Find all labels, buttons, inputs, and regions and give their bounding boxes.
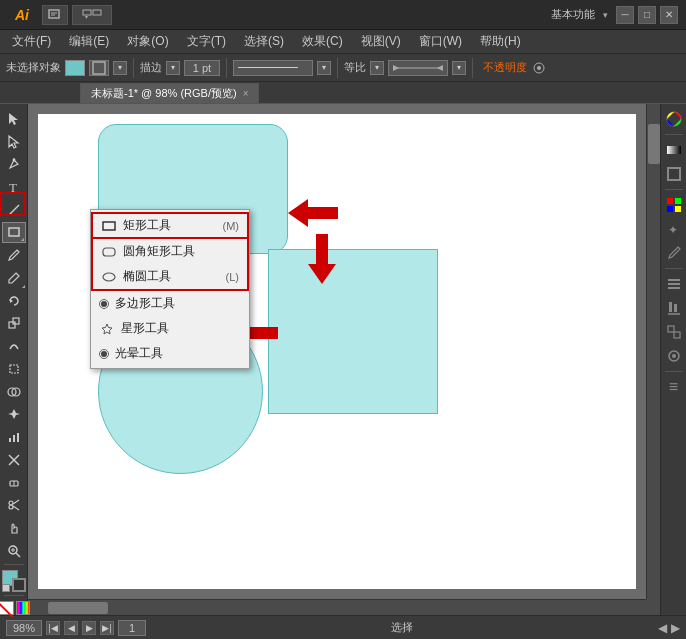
tool-graph[interactable] — [2, 426, 26, 448]
tool-pen[interactable] — [2, 153, 26, 175]
tool-type[interactable]: T — [2, 176, 26, 198]
menu-effect[interactable]: 效果(C) — [294, 31, 351, 53]
tool-live-paint[interactable] — [2, 403, 26, 425]
svg-marker-40 — [308, 234, 336, 284]
ctx-item-flare-tool[interactable]: 光晕工具 — [91, 341, 249, 366]
stroke-weight-input[interactable]: 1 pt — [184, 60, 220, 76]
flare-radio — [99, 349, 109, 359]
stroke-arrow[interactable]: ▾ — [166, 61, 180, 75]
polygon-tool-label: 多边形工具 — [115, 295, 175, 312]
nav-first-btn[interactable]: |◀ — [46, 621, 60, 635]
menu-file[interactable]: 文件(F) — [4, 31, 59, 53]
menu-select[interactable]: 选择(S) — [236, 31, 292, 53]
svg-point-14 — [12, 159, 15, 162]
rp-brushes[interactable] — [663, 242, 685, 264]
close-button[interactable]: ✕ — [660, 6, 678, 24]
canvas-area[interactable]: 矩形工具 (M) 圆角矩形工具 椭圆工具 (L) — [28, 104, 660, 615]
svg-marker-18 — [10, 299, 13, 303]
menu-window[interactable]: 窗口(W) — [411, 31, 470, 53]
vertical-scrollbar[interactable] — [646, 104, 660, 599]
svg-point-44 — [103, 273, 115, 281]
rp-align[interactable] — [663, 297, 685, 319]
fill-color-swatch[interactable] — [65, 60, 85, 76]
svg-rect-20 — [13, 318, 19, 324]
rp-stroke[interactable] — [663, 163, 685, 185]
nav-prev-btn[interactable]: ◀ — [64, 621, 78, 635]
menu-edit[interactable]: 编辑(E) — [61, 31, 117, 53]
color-swatches[interactable] — [2, 570, 26, 592]
svg-marker-8 — [393, 65, 399, 71]
tool-slice[interactable] — [2, 449, 26, 471]
menu-help[interactable]: 帮助(H) — [472, 31, 529, 53]
tool-free-transform[interactable] — [2, 358, 26, 380]
stroke-selector[interactable] — [89, 60, 109, 76]
status-arrow-left[interactable]: ◀ — [658, 621, 667, 635]
nav-next-btn[interactable]: ▶ — [82, 621, 96, 635]
rp-color-wheel[interactable] — [663, 108, 685, 130]
tool-paintbrush[interactable] — [2, 244, 26, 266]
tool-shape[interactable] — [2, 222, 26, 244]
tool-scale[interactable] — [2, 312, 26, 334]
status-arrow-right[interactable]: ▶ — [671, 621, 680, 635]
vertical-scroll-thumb[interactable] — [648, 124, 660, 164]
tool-direct-select[interactable] — [2, 131, 26, 153]
rp-swatches[interactable] — [663, 194, 685, 216]
tool-eraser[interactable] — [2, 472, 26, 494]
white-swatch[interactable] — [0, 601, 14, 615]
svg-rect-42 — [103, 222, 115, 230]
rp-gradient[interactable] — [663, 139, 685, 161]
ratio-arrow[interactable]: ▾ — [452, 61, 466, 75]
tab-close-button[interactable]: × — [243, 88, 249, 99]
svg-marker-13 — [9, 136, 18, 148]
line-style-selector[interactable] — [233, 60, 313, 76]
rp-appearance[interactable] — [663, 345, 685, 367]
tool-select[interactable] — [2, 108, 26, 130]
ratio-dropdown[interactable]: ▾ — [370, 61, 384, 75]
line-style-dropdown[interactable]: ▾ — [317, 61, 331, 75]
window-controls: ─ □ ✕ — [616, 6, 678, 24]
svg-text:▾: ▾ — [85, 14, 88, 20]
menu-type[interactable]: 文字(T) — [179, 31, 234, 53]
document-tab[interactable]: 未标题-1* @ 98% (RGB/预览) × — [80, 83, 259, 103]
tool-rotate[interactable] — [2, 290, 26, 312]
stroke-swatch[interactable] — [12, 578, 26, 592]
rp-separator-3 — [665, 268, 683, 269]
stroke-dropdown[interactable]: ▾ — [113, 61, 127, 75]
svg-line-36 — [16, 553, 20, 557]
settings-icon[interactable] — [531, 60, 547, 76]
default-colors-icon[interactable] — [2, 584, 10, 592]
ctx-item-rect-tool[interactable]: 矩形工具 (M) — [91, 212, 249, 239]
rp-layers[interactable] — [663, 273, 685, 295]
menu-view[interactable]: 视图(V) — [353, 31, 409, 53]
svg-rect-26 — [17, 433, 19, 442]
tool-scissors[interactable] — [2, 494, 26, 516]
tool-hand[interactable] — [2, 517, 26, 539]
ctx-item-star-tool[interactable]: 星形工具 — [91, 316, 249, 341]
ctx-item-rounded-rect-tool[interactable]: 圆角矩形工具 — [91, 239, 249, 264]
red-arrow-down — [308, 234, 340, 289]
page-input[interactable]: 1 — [118, 620, 146, 636]
ctx-item-ellipse-tool[interactable]: 椭圆工具 (L) — [91, 264, 249, 291]
tool-shape-builder[interactable] — [2, 381, 26, 403]
svg-rect-60 — [668, 326, 674, 332]
menu-object[interactable]: 对象(O) — [119, 31, 176, 53]
zoom-input[interactable]: 98% — [6, 620, 42, 636]
ctx-item-polygon-tool[interactable]: 多边形工具 — [91, 291, 249, 316]
tool-warp[interactable] — [2, 335, 26, 357]
tool-pencil[interactable] — [2, 267, 26, 289]
maximize-button[interactable]: □ — [638, 6, 656, 24]
rp-transform[interactable] — [663, 321, 685, 343]
title-bar: Ai ▾ 基本功能 ▾ ─ □ ✕ — [0, 0, 686, 30]
color-mode-icon[interactable] — [16, 601, 30, 615]
rp-symbols[interactable]: ✦ — [663, 218, 685, 240]
horizontal-scrollbar[interactable] — [28, 599, 646, 615]
doc-button[interactable] — [42, 5, 68, 25]
nav-last-btn[interactable]: ▶| — [100, 621, 114, 635]
tool-zoom[interactable] — [2, 540, 26, 562]
layout-button[interactable]: ▾ — [72, 5, 112, 25]
minimize-button[interactable]: ─ — [616, 6, 634, 24]
horizontal-scroll-thumb[interactable] — [48, 602, 108, 614]
tool-line[interactable] — [2, 199, 26, 221]
separator-1 — [133, 58, 134, 78]
rp-more[interactable]: ≡ — [663, 376, 685, 398]
